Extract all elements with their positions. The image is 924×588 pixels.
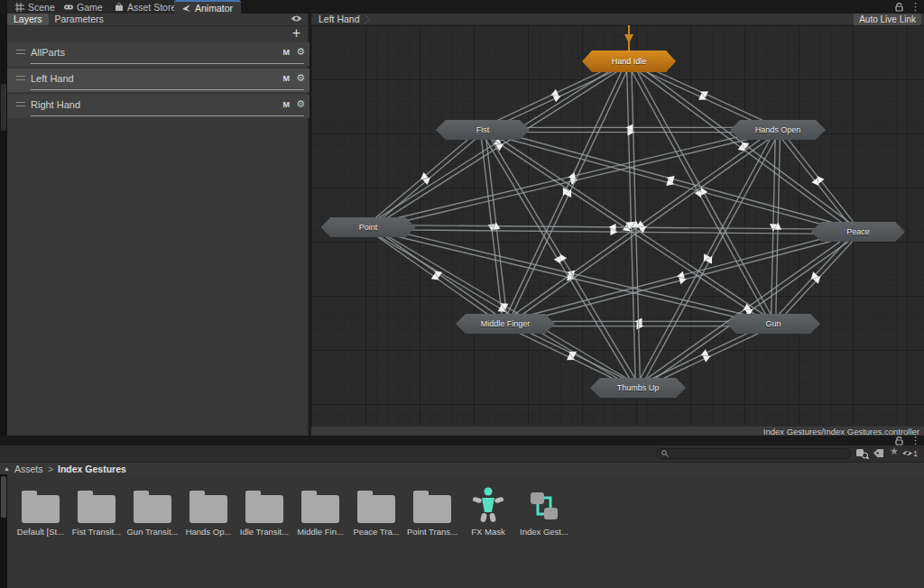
state-machine-canvas[interactable]: Hand IdleFistHands OpenPointPeaceMiddle … xyxy=(311,25,924,426)
project-toolbar: ★ 1 xyxy=(0,446,924,462)
layer-weight-bar xyxy=(31,115,304,116)
lock-icon[interactable] xyxy=(895,2,903,12)
layer-row-allparts[interactable]: AllParts M ⚙ xyxy=(7,42,310,66)
layer-mute-button[interactable]: M xyxy=(283,100,291,109)
editor-tabbar: Scene Game Asset Store Animator ⋮ xyxy=(0,0,924,14)
tab-animator[interactable]: Animator xyxy=(174,0,241,14)
layer-row-right-hand[interactable]: Right Hand M ⚙ xyxy=(7,95,310,118)
project-item-peace-tra[interactable]: Peace Tra... xyxy=(350,485,402,543)
add-layer-button[interactable]: + xyxy=(292,25,300,41)
drag-handle-icon[interactable] xyxy=(16,50,25,54)
eye-icon[interactable] xyxy=(291,14,302,23)
gear-icon[interactable]: ⚙ xyxy=(296,72,305,84)
chevron-right-icon xyxy=(364,14,370,24)
animator-controller-icon xyxy=(527,489,561,523)
layer-weight-bar xyxy=(31,89,304,90)
state-node-fist[interactable]: Fist xyxy=(436,120,530,140)
project-content-grid[interactable]: Default [St...Fist Transit...Gun Transit… xyxy=(7,474,924,588)
item-label: FX Mask xyxy=(462,527,514,537)
drag-handle-icon[interactable] xyxy=(16,102,25,106)
item-label: Hands Op... xyxy=(182,527,235,537)
gear-icon[interactable]: ⚙ xyxy=(296,98,305,110)
search-field[interactable] xyxy=(656,448,851,459)
tab-game-label: Game xyxy=(77,2,103,13)
bag-icon xyxy=(115,3,124,12)
item-label: Idle Transit... xyxy=(238,527,291,537)
state-node-middle-finger[interactable]: Middle Finger xyxy=(456,314,555,334)
layer-mute-button[interactable]: M xyxy=(283,74,291,83)
label-tag-icon[interactable] xyxy=(873,448,884,458)
state-node-hand-idle[interactable]: Hand Idle xyxy=(582,51,676,72)
project-item-gun-transit[interactable]: Gun Transit... xyxy=(126,485,179,543)
breadcrumb[interactable]: Left Hand xyxy=(319,14,360,24)
tab-asset-store[interactable]: Asset Store xyxy=(106,0,184,14)
context-menu-icon[interactable]: ⋮ xyxy=(910,1,920,12)
layers-toggle[interactable]: Layers xyxy=(7,14,49,25)
item-label: Default [St... xyxy=(14,527,67,537)
breadcrumb-assets[interactable]: Assets xyxy=(14,463,43,475)
controller-path-statusbar: Index Gestures/Index Gestures.controller xyxy=(311,426,924,436)
item-label: Point Trans... xyxy=(406,527,458,537)
project-item-index-gest[interactable]: Index Gest... xyxy=(518,485,570,543)
hidden-eye-slash-icon[interactable] xyxy=(901,448,913,458)
project-item-idle-transit[interactable]: Idle Transit... xyxy=(238,485,291,543)
state-node-hands-open[interactable]: Hands Open xyxy=(730,120,826,140)
layer-weight-bar xyxy=(31,63,304,64)
layer-row-left-hand[interactable]: Left Hand M ⚙ xyxy=(7,69,310,92)
folder-icon xyxy=(357,495,395,523)
search-input[interactable] xyxy=(672,449,845,458)
project-item-default-st[interactable]: Default [St... xyxy=(14,485,67,543)
layer-add-row: + xyxy=(7,27,308,41)
strip-block xyxy=(1,84,6,131)
project-item-fist-transit[interactable]: Fist Transit... xyxy=(70,485,123,543)
search-icon xyxy=(661,450,669,457)
project-item-point-trans[interactable]: Point Trans... xyxy=(406,485,458,543)
folder-icon xyxy=(413,495,451,523)
breadcrumb-separator: > xyxy=(48,463,53,475)
unity-editor-window: Scene Game Asset Store Animator ⋮ Layers… xyxy=(0,0,924,588)
layer-name: Left Hand xyxy=(31,73,74,84)
layer-name: AllParts xyxy=(31,47,65,58)
item-label: Index Gest... xyxy=(518,527,570,537)
lock-icon[interactable] xyxy=(895,436,903,446)
item-label: Fist Transit... xyxy=(70,527,123,537)
collapse-triangle-icon[interactable]: ▲ xyxy=(4,463,10,475)
project-breadcrumb-bar: ▲ Assets > Index Gestures xyxy=(0,462,924,474)
layers-parameters-header: Layers Parameters xyxy=(7,14,308,26)
auto-live-link-button[interactable]: Auto Live Link xyxy=(854,14,921,25)
drag-handle-icon[interactable] xyxy=(16,76,25,80)
project-item-middle-fin[interactable]: Middle Fin... xyxy=(294,485,346,543)
favorites-star-icon[interactable]: ★ xyxy=(890,446,899,457)
breadcrumb-current-folder: Index Gestures xyxy=(58,463,126,475)
item-label: Peace Tra... xyxy=(350,527,402,537)
parameters-toggle[interactable]: Parameters xyxy=(49,14,110,25)
tab-scene-label: Scene xyxy=(28,2,55,13)
state-node-peace[interactable]: Peace xyxy=(811,222,905,242)
state-node-thumbs-up[interactable]: Thumbs Up xyxy=(590,378,686,398)
animator-icon xyxy=(182,4,191,13)
item-label: Middle Fin... xyxy=(294,527,346,537)
animator-layers-panel: Layers Parameters + AllParts M ⚙ Left Ha… xyxy=(7,14,310,436)
state-node-point[interactable]: Point xyxy=(321,217,416,237)
folder-icon xyxy=(245,495,283,523)
folder-icon xyxy=(134,495,171,523)
animator-graph-area: Left Hand Auto Live Link Hand IdleFistHa… xyxy=(311,14,924,436)
context-menu-icon[interactable]: ⋮ xyxy=(910,435,920,446)
gear-icon[interactable]: ⚙ xyxy=(296,46,305,58)
item-label: Gun Transit... xyxy=(126,527,179,537)
layer-mute-button[interactable]: M xyxy=(283,48,291,57)
search-by-type-icon[interactable] xyxy=(855,448,869,459)
folder-icon xyxy=(22,495,60,523)
gamepad-icon xyxy=(64,3,73,12)
state-node-gun[interactable]: Gun xyxy=(726,314,820,334)
tab-scene[interactable]: Scene xyxy=(7,0,63,14)
layer-name: Right Hand xyxy=(31,99,80,110)
project-item-hands-op[interactable]: Hands Op... xyxy=(182,485,235,543)
tab-game[interactable]: Game xyxy=(56,0,111,14)
project-item-fx-mask[interactable]: FX Mask xyxy=(462,485,514,543)
hidden-count-badge: 1 xyxy=(913,449,918,458)
folder-icon xyxy=(78,495,116,523)
tab-asset-store-label: Asset Store xyxy=(127,2,176,13)
animator-window-controls: ⋮ xyxy=(895,1,920,12)
state-nodes-layer: Hand IdleFistHands OpenPointPeaceMiddle … xyxy=(311,25,924,426)
